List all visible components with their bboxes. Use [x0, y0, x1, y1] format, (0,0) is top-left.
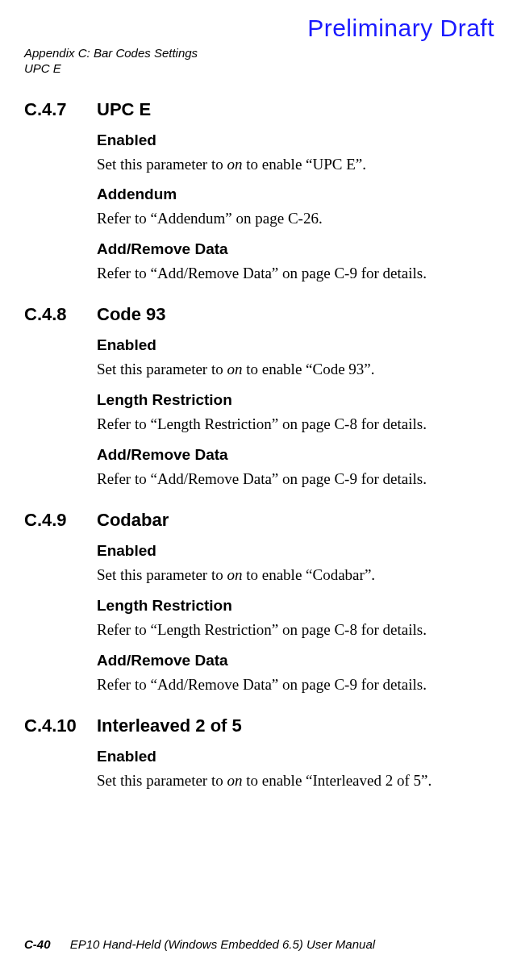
sub-heading: Enabled: [97, 748, 493, 765]
sub-heading: Add/Remove Data: [97, 240, 493, 258]
body-text: Refer to “Add/Remove Data” on page C-9 f…: [97, 674, 493, 695]
subsection-enabled: Enabled Set this parameter to on to enab…: [97, 336, 493, 380]
running-header: Appendix C: Bar Codes Settings UPC E: [24, 46, 493, 77]
section-title: Codabar: [97, 510, 169, 531]
subsection-add-remove-data: Add/Remove Data Refer to “Add/Remove Dat…: [97, 652, 493, 695]
section-heading: C.4.10 Interleaved 2 of 5: [24, 715, 493, 736]
sub-heading: Add/Remove Data: [97, 652, 493, 669]
subsection-add-remove-data: Add/Remove Data Refer to “Add/Remove Dat…: [97, 240, 493, 284]
body-text: Set this parameter to on to enable “UPC …: [97, 154, 493, 175]
watermark-text: Preliminary Draft: [307, 15, 494, 42]
section-title: Code 93: [97, 304, 166, 325]
body-text: Refer to “Length Restriction” on page C-…: [97, 414, 493, 435]
section-number: C.4.8: [24, 304, 97, 325]
section-number: C.4.9: [24, 510, 97, 531]
sub-heading: Length Restriction: [97, 597, 493, 615]
sub-heading: Addendum: [97, 186, 493, 203]
body-text: Set this parameter to on to enable “Code…: [97, 359, 493, 380]
subsection-enabled: Enabled Set this parameter to on to enab…: [97, 542, 493, 586]
subsection-addendum: Addendum Refer to “Addendum” on page C-2…: [97, 186, 493, 229]
section-c49: C.4.9 Codabar Enabled Set this parameter…: [24, 510, 493, 694]
subsection-add-remove-data: Add/Remove Data Refer to “Add/Remove Dat…: [97, 446, 493, 490]
section-c47: C.4.7 UPC E Enabled Set this parameter t…: [24, 99, 493, 284]
section-heading: C.4.7 UPC E: [24, 99, 493, 120]
sub-heading: Enabled: [97, 542, 493, 560]
body-text: Refer to “Add/Remove Data” on page C-9 f…: [97, 263, 493, 284]
page-footer: C-40 EP10 Hand-Held (Windows Embedded 6.…: [24, 937, 375, 951]
sub-heading: Enabled: [97, 336, 493, 354]
section-c48: C.4.8 Code 93 Enabled Set this parameter…: [24, 304, 493, 489]
page-number: C-40: [24, 937, 51, 951]
sub-heading: Length Restriction: [97, 391, 493, 409]
body-text: Set this parameter to on to enable “Coda…: [97, 565, 493, 586]
body-text: Refer to “Add/Remove Data” on page C-9 f…: [97, 469, 493, 490]
section-number: C.4.10: [24, 715, 97, 736]
subsection-enabled: Enabled Set this parameter to on to enab…: [97, 748, 493, 791]
section-title: Interleaved 2 of 5: [97, 715, 242, 736]
footer-title: EP10 Hand-Held (Windows Embedded 6.5) Us…: [70, 937, 375, 951]
subsection-enabled: Enabled Set this parameter to on to enab…: [97, 131, 493, 175]
header-line1: Appendix C: Bar Codes Settings: [24, 46, 493, 61]
section-heading: C.4.8 Code 93: [24, 304, 493, 325]
body-text: Set this parameter to on to enable “Inte…: [97, 770, 493, 791]
header-line2: UPC E: [24, 61, 493, 77]
body-text: Refer to “Length Restriction” on page C-…: [97, 619, 493, 640]
section-heading: C.4.9 Codabar: [24, 510, 493, 531]
body-text: Refer to “Addendum” on page C-26.: [97, 208, 493, 229]
sub-heading: Enabled: [97, 131, 493, 149]
subsection-length-restriction: Length Restriction Refer to “Length Rest…: [97, 391, 493, 435]
section-number: C.4.7: [24, 99, 97, 120]
subsection-length-restriction: Length Restriction Refer to “Length Rest…: [97, 597, 493, 640]
section-c410: C.4.10 Interleaved 2 of 5 Enabled Set th…: [24, 715, 493, 791]
sub-heading: Add/Remove Data: [97, 446, 493, 464]
section-title: UPC E: [97, 99, 151, 120]
